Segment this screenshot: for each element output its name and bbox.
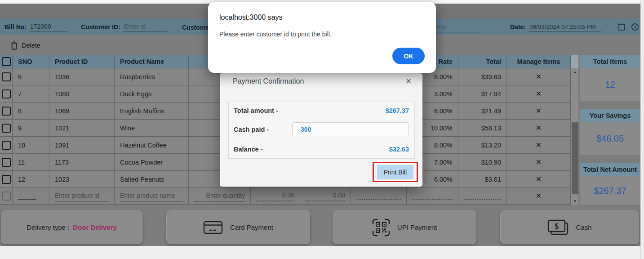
cell-product-name: Hazelnut Coffee [115,137,189,154]
bill-no-group: Bill No: [4,19,67,35]
payment-summary-box: Total amount - $267.37 Cash paid - Balan… [228,102,415,159]
tax-readonly-field [412,192,453,200]
cell-sno: 12 [13,171,49,188]
header-select-cell [0,55,13,68]
header-product-name: Product Name [115,55,189,68]
row-checkbox[interactable] [2,72,11,81]
amount-readonly-field [306,191,345,201]
row-checkbox[interactable] [2,107,11,116]
row-checkbox[interactable] [2,141,11,150]
cash-icon: $ [547,219,568,235]
sno-blank-field [18,192,36,200]
cell-total: $21.49 [458,103,507,120]
table-scrollbar[interactable]: ▲ ▼ [571,68,579,205]
cell-product-name: Cocoa Powder [115,154,189,171]
bill-no-field[interactable] [29,22,67,32]
your-savings-value: $46.05 [580,122,640,155]
cell-sno: 6 [13,68,49,85]
price-readonly-field [256,191,294,201]
upi-payment-label: UPI Payment [397,223,437,231]
trash-icon [11,41,18,50]
delete-label: Delete [22,42,40,49]
scrollbar-corner [571,55,578,69]
cell-sno: 10 [13,137,49,154]
cell-product-name: Salted Peanuts [115,171,189,188]
total-amount-row: Total amount - $267.37 [229,102,414,119]
row-checkbox[interactable] [2,89,11,98]
row-checkbox-disabled [2,192,11,201]
your-savings-header: Your Savings [580,109,640,122]
remove-item-icon[interactable]: ✕ [536,73,542,80]
date-group: Date: [510,19,601,35]
cell-total: $39.60 [458,68,507,85]
total-items-header: Total Items [580,55,640,68]
customer-id-input[interactable] [123,22,168,32]
cell-total: $10.90 [458,154,507,171]
cell-product-id: 1036 [49,68,115,85]
product-name-input[interactable] [120,191,183,201]
remove-item-icon[interactable]: ✕ [536,125,542,132]
cash-payment-button[interactable]: $ Cash [500,210,639,244]
close-icon[interactable]: ✕ [406,77,412,85]
cell-product-name: English Muffins [115,103,189,120]
remove-item-icon[interactable]: ✕ [536,159,542,166]
row-checkbox[interactable] [2,175,11,184]
card-payment-button[interactable]: Card Payment [166,210,310,244]
delivery-type-button[interactable]: Delivery type : Door Delivery [1,210,142,244]
total-net-amount-value: $267.37 [580,176,640,206]
qr-code-icon [372,219,390,237]
select-all-checkbox[interactable] [2,57,11,66]
remove-item-icon[interactable]: ✕ [536,142,542,149]
customer-id-label: Customer ID: [81,23,120,31]
clock-icon[interactable] [631,23,639,31]
scroll-up-button[interactable]: ▲ [571,68,579,76]
cell-product-id: 1091 [49,137,115,154]
header-manage-items: Manage Items [507,55,571,68]
scroll-down-button[interactable]: ▼ [571,197,579,205]
calendar-icon[interactable] [617,23,625,31]
alert-message: Please enter customer id to print the bi… [219,31,332,38]
total-items-value: 12 [580,68,640,101]
cash-paid-input[interactable] [292,122,409,137]
cell-product-id: 1021 [49,120,115,137]
cell-total: $17.94 [458,85,507,103]
delivery-type-label: Delivery type : [27,223,69,231]
row-checkbox[interactable] [2,124,11,133]
customer-name-label: Customer [182,24,211,31]
alert-ok-button[interactable]: OK [392,48,425,64]
total-amount-value: $267.37 [386,107,409,114]
pos-billing-screen: Bill No: Customer ID: + Customer Date: D… [0,0,644,259]
upi-payment-button[interactable]: UPI Payment [333,210,476,244]
date-field[interactable] [529,22,601,32]
print-bill-button[interactable]: Print Bill [377,165,413,179]
total-amount-label: Total amount - [234,107,278,114]
scrollbar-thumb[interactable] [572,122,578,194]
remove-item-icon[interactable]: ✕ [536,107,542,115]
bill-no-label: Bill No: [4,23,27,31]
cell-total: $58.13 [458,120,507,137]
cell-product-name: Duck Eggs [115,85,189,103]
cash-paid-row: Cash paid - [229,119,414,140]
discount-readonly-field [356,192,401,200]
customer-id-group: Customer ID: [81,19,168,35]
balance-label: Balance - [234,146,262,153]
cell-sno: 7 [13,85,49,103]
browser-scrollbar[interactable] [640,0,644,259]
row-checkbox[interactable] [2,158,11,167]
alert-title: localhost:3000 says [219,13,283,22]
cell-total: $13.20 [458,137,507,154]
cell-product-id: 1173 [49,154,115,171]
print-bill-highlight-box: Print Bill [373,162,418,182]
quantity-input[interactable] [194,191,245,201]
header-sno: SNO [13,55,49,68]
page-bottom-area [0,246,644,259]
product-id-input[interactable] [55,191,109,201]
remove-item-icon[interactable]: ✕ [536,90,542,98]
remove-item-icon[interactable]: ✕ [536,192,542,200]
new-item-entry-row: ✕ [0,188,571,205]
delete-button[interactable]: Delete [11,40,40,51]
svg-text:$: $ [555,222,559,231]
remove-item-icon[interactable]: ✕ [536,176,542,183]
cell-sno: 9 [13,120,49,137]
date-label: Date: [510,23,526,31]
